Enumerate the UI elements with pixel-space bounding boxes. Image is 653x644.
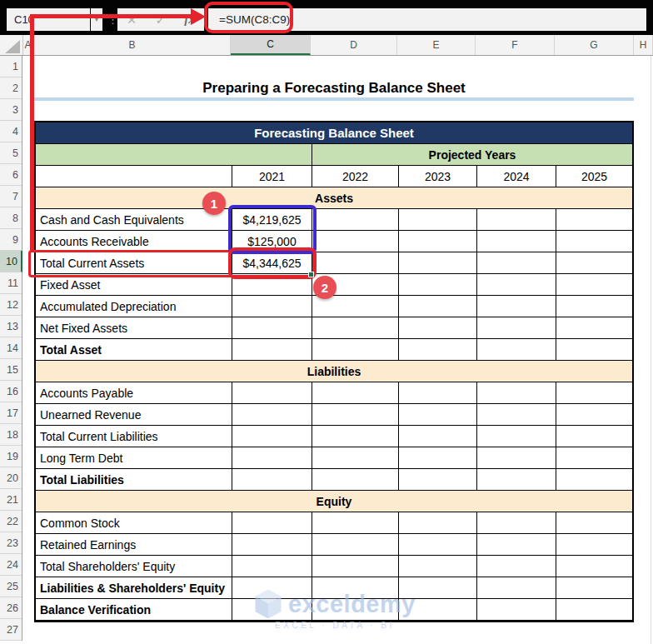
row-header-2[interactable]: 2: [0, 77, 22, 99]
value-cell[interactable]: [556, 556, 632, 577]
value-cell[interactable]: [556, 599, 632, 621]
value-cell[interactable]: [399, 469, 477, 491]
label-cell[interactable]: Accumulated Depreciation: [36, 296, 232, 317]
section-band-liabilities[interactable]: Liabilities: [36, 361, 632, 382]
value-cell[interactable]: [477, 534, 556, 556]
value-cell[interactable]: [556, 339, 632, 361]
value-cell[interactable]: [312, 252, 399, 274]
value-cell[interactable]: [556, 534, 632, 556]
value-cell[interactable]: [312, 426, 399, 447]
value-cell[interactable]: [312, 339, 399, 361]
value-cell[interactable]: [477, 296, 556, 317]
sheet-title-cell[interactable]: Preparing a Forecasting Balance Sheet: [34, 77, 634, 98]
value-cell[interactable]: 2022: [312, 166, 399, 187]
value-cell[interactable]: [477, 577, 556, 599]
row-header-21[interactable]: 21: [0, 489, 22, 511]
value-cell[interactable]: [477, 512, 556, 534]
row-header-9[interactable]: 9: [0, 229, 22, 251]
table-title-cell[interactable]: Forecasting Balance Sheet: [36, 122, 632, 144]
value-cell[interactable]: [312, 382, 399, 404]
value-cell[interactable]: [477, 252, 556, 274]
row-header-1[interactable]: 1: [0, 56, 22, 77]
value-cell[interactable]: 2025: [556, 166, 632, 187]
value-cell[interactable]: [399, 274, 477, 296]
row-header-22[interactable]: 22: [0, 511, 22, 532]
value-cell[interactable]: [399, 317, 477, 339]
value-cell[interactable]: [399, 512, 477, 534]
column-header-E[interactable]: E: [397, 35, 476, 55]
projected-years-cell[interactable]: Projected Years: [312, 144, 632, 165]
value-cell[interactable]: [312, 231, 399, 252]
label-cell[interactable]: Unearned Revenue: [36, 404, 232, 426]
value-cell[interactable]: [312, 469, 399, 491]
value-cell[interactable]: [477, 404, 556, 426]
value-cell[interactable]: [477, 339, 556, 361]
value-cell[interactable]: [556, 404, 632, 426]
row-header-20[interactable]: 20: [0, 467, 22, 489]
value-cell[interactable]: [232, 556, 312, 577]
value-cell[interactable]: [312, 534, 399, 556]
value-cell[interactable]: [399, 296, 477, 317]
label-cell[interactable]: Total Asset: [36, 339, 232, 361]
row-header-11[interactable]: 11: [0, 272, 22, 294]
row-header-18[interactable]: 18: [0, 424, 22, 446]
value-cell[interactable]: [312, 512, 399, 534]
value-cell[interactable]: [399, 404, 477, 426]
value-cell[interactable]: [477, 209, 556, 231]
value-cell[interactable]: [399, 339, 477, 361]
value-cell[interactable]: 2024: [477, 166, 556, 187]
value-cell[interactable]: [399, 231, 477, 252]
value-cell[interactable]: [232, 534, 312, 556]
label-cell[interactable]: Long Term Debt: [36, 447, 232, 469]
column-header-H[interactable]: H: [634, 35, 653, 55]
value-cell[interactable]: [399, 252, 477, 274]
label-cell[interactable]: Total Shareholders' Equity: [36, 556, 232, 577]
value-cell[interactable]: [556, 577, 632, 599]
row-header-14[interactable]: 14: [0, 337, 22, 359]
value-cell[interactable]: [477, 317, 556, 339]
value-cell[interactable]: [232, 599, 312, 621]
value-cell[interactable]: [312, 317, 399, 339]
value-cell[interactable]: [399, 382, 477, 404]
value-cell[interactable]: [232, 512, 312, 534]
row-header-7[interactable]: 7: [0, 186, 22, 207]
row-header-13[interactable]: 13: [0, 316, 22, 337]
value-cell[interactable]: [556, 469, 632, 491]
label-cell[interactable]: Cash and Cash Equivalents: [36, 209, 232, 231]
row-header-4[interactable]: 4: [0, 121, 22, 142]
value-cell[interactable]: [232, 447, 312, 469]
row-header-8[interactable]: 8: [0, 207, 22, 229]
value-cell[interactable]: [399, 577, 477, 599]
column-header-D[interactable]: D: [311, 35, 397, 55]
value-cell[interactable]: 2021: [232, 166, 312, 187]
select-all-corner[interactable]: [0, 35, 23, 55]
label-cell[interactable]: [36, 166, 232, 187]
value-cell[interactable]: [477, 274, 556, 296]
value-cell[interactable]: [556, 231, 632, 252]
value-cell[interactable]: [232, 382, 312, 404]
value-cell[interactable]: [232, 339, 312, 361]
value-cell[interactable]: [477, 556, 556, 577]
label-cell[interactable]: Retained Earnings: [36, 534, 232, 556]
row-header-10[interactable]: 10: [0, 251, 22, 272]
column-header-G[interactable]: G: [555, 35, 634, 55]
value-cell[interactable]: [312, 447, 399, 469]
label-cell[interactable]: Total Current Liabilities: [36, 426, 232, 447]
value-cell[interactable]: [556, 296, 632, 317]
value-cell[interactable]: [477, 599, 556, 621]
value-cell[interactable]: [399, 599, 477, 621]
section-band-equity[interactable]: Equity: [36, 491, 632, 512]
value-cell[interactable]: [399, 556, 477, 577]
value-cell[interactable]: [312, 577, 399, 599]
name-box-dropdown-icon[interactable]: ▼: [91, 8, 102, 31]
value-cell[interactable]: [312, 599, 399, 621]
value-cell[interactable]: [399, 426, 477, 447]
label-cell[interactable]: Balance Verification: [36, 599, 232, 621]
label-cell[interactable]: Total Liabilities: [36, 469, 232, 491]
value-cell[interactable]: [556, 274, 632, 296]
row-header-6[interactable]: 6: [0, 164, 22, 186]
value-cell[interactable]: [312, 556, 399, 577]
row-header-24[interactable]: 24: [0, 554, 22, 576]
value-cell[interactable]: [556, 447, 632, 469]
value-cell[interactable]: [399, 534, 477, 556]
